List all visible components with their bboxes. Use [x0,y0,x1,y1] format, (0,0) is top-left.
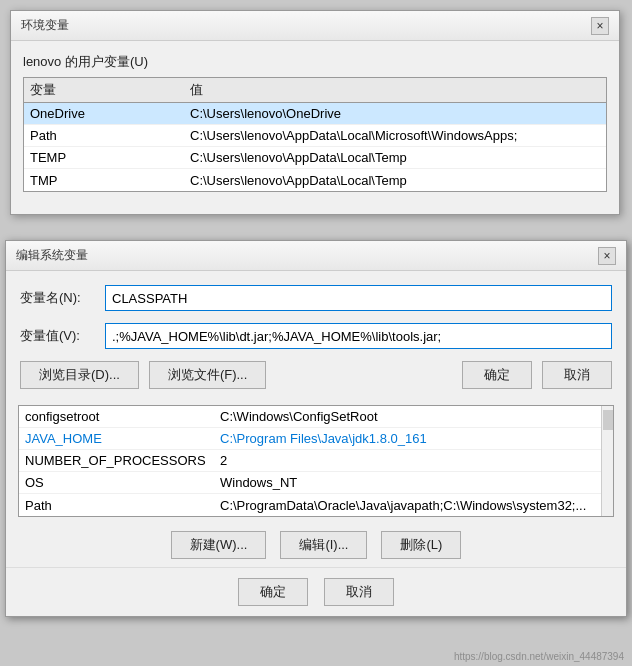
sys-var-value: 2 [220,453,595,468]
user-var-row-onedrive[interactable]: OneDrive C:\Users\lenovo\OneDrive [24,103,606,125]
sys-var-row-num-proc[interactable]: NUMBER_OF_PROCESSORS 2 [19,450,601,472]
sys-vars-action-buttons: 新建(W)... 编辑(I)... 删除(L) [6,523,626,567]
var-name: Path [30,128,190,143]
edit-close-button[interactable]: × [598,247,616,265]
var-value: C:\Users\lenovo\AppData\Local\Temp [190,150,600,165]
sys-var-value: Windows_NT [220,475,595,490]
var-value: C:\Users\lenovo\OneDrive [190,106,600,121]
var-value: C:\Users\lenovo\AppData\Local\Temp [190,173,600,188]
header-var-col: 变量 [30,81,190,99]
sys-var-name: configsetroot [25,409,220,424]
watermark: https://blog.csdn.net/weixin_44487394 [454,651,624,662]
scrollbar[interactable]: ▼ [601,406,613,516]
delete-var-button[interactable]: 删除(L) [381,531,461,559]
sys-var-value: C:\Program Files\Java\jdk1.8.0_161 [220,431,595,446]
edit-var-button[interactable]: 编辑(I)... [280,531,367,559]
var-name: TMP [30,173,190,188]
header-val-col: 值 [190,81,600,99]
env-window-title: 环境变量 [21,17,69,34]
env-variables-window: 环境变量 × lenovo 的用户变量(U) 变量 值 OneDrive C:\… [10,10,620,215]
user-var-row-path[interactable]: Path C:\Users\lenovo\AppData\Local\Micro… [24,125,606,147]
user-vars-table: 变量 值 OneDrive C:\Users\lenovo\OneDrive P… [23,77,607,192]
var-name-input[interactable] [105,285,612,311]
browse-file-button[interactable]: 浏览文件(F)... [149,361,266,389]
var-value: C:\Users\lenovo\AppData\Local\Microsoft\… [190,128,600,143]
sys-var-row-java-home[interactable]: JAVA_HOME C:\Program Files\Java\jdk1.8.0… [19,428,601,450]
sys-var-name: OS [25,475,220,490]
sys-vars-table: configsetroot C:\Windows\ConfigSetRoot J… [19,406,601,516]
var-value-label: 变量值(V): [20,327,105,345]
edit-cancel-button[interactable]: 取消 [542,361,612,389]
main-ok-button[interactable]: 确定 [238,578,308,606]
env-window-titlebar: 环境变量 × [11,11,619,41]
sys-var-name: JAVA_HOME [25,431,220,446]
user-vars-label: lenovo 的用户变量(U) [23,53,607,71]
sys-var-row-configsetroot[interactable]: configsetroot C:\Windows\ConfigSetRoot [19,406,601,428]
sys-var-row-path[interactable]: Path C:\ProgramData\Oracle\Java\javapath… [19,494,601,516]
var-value-row: 变量值(V): [6,323,626,349]
user-var-row-temp[interactable]: TEMP C:\Users\lenovo\AppData\Local\Temp [24,147,606,169]
var-name: TEMP [30,150,190,165]
edit-window-titlebar: 编辑系统变量 × [6,241,626,271]
edit-sys-var-window: 编辑系统变量 × 变量名(N): 变量值(V): 浏览目录(D)... 浏览文件… [5,240,627,617]
var-name-label: 变量名(N): [20,289,105,307]
env-close-button[interactable]: × [591,17,609,35]
var-value-input[interactable] [105,323,612,349]
var-name: OneDrive [30,106,190,121]
edit-ok-button[interactable]: 确定 [462,361,532,389]
user-var-row-tmp[interactable]: TMP C:\Users\lenovo\AppData\Local\Temp [24,169,606,191]
main-cancel-button[interactable]: 取消 [324,578,394,606]
sys-var-row-os[interactable]: OS Windows_NT [19,472,601,494]
sys-var-value: C:\ProgramData\Oracle\Java\javapath;C:\W… [220,498,595,513]
user-vars-header: 变量 值 [24,78,606,103]
edit-window-title: 编辑系统变量 [16,247,88,264]
browse-dir-button[interactable]: 浏览目录(D)... [20,361,139,389]
sys-var-name: Path [25,498,220,513]
new-var-button[interactable]: 新建(W)... [171,531,267,559]
sys-var-name: NUMBER_OF_PROCESSORS [25,453,220,468]
sys-var-value: C:\Windows\ConfigSetRoot [220,409,595,424]
var-name-row: 变量名(N): [6,285,626,311]
edit-browse-buttons: 浏览目录(D)... 浏览文件(F)... 确定 取消 [6,361,626,389]
